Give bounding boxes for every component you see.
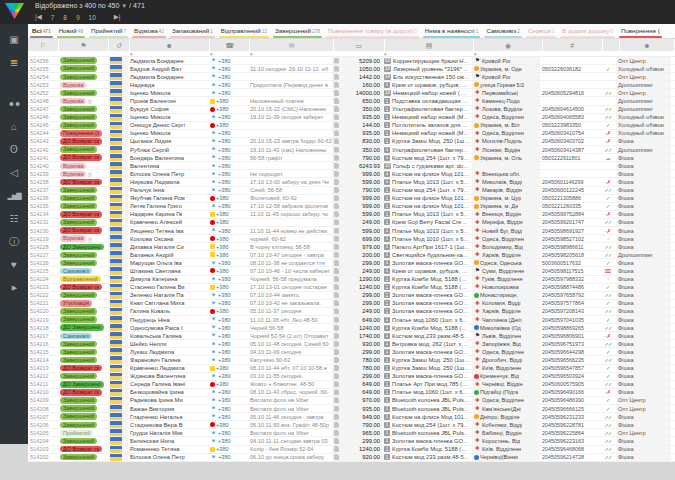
- table-row[interactable]: 514226 Завершений Марущак Ольга Іва +380…: [28, 259, 675, 267]
- phone-prefix[interactable]: +380: [218, 341, 231, 347]
- phone-prefix[interactable]: +380: [218, 357, 231, 363]
- tracking-number[interactable]: 20450598691927: [540, 227, 600, 234]
- table-row[interactable]: 514228 ДО Завершено Дихавка Наталія Си +…: [28, 243, 675, 251]
- tracking-number[interactable]: 20450596644298: [540, 348, 600, 355]
- phone-prefix[interactable]: +380: [218, 138, 231, 144]
- tracking-number[interactable]: 20450599752884: [540, 211, 600, 218]
- tab-2[interactable]: Новий48: [55, 24, 87, 38]
- table-row[interactable]: 514212 Завершений Жданова Валентина +380…: [28, 373, 675, 381]
- table-row[interactable]: 514256 Завершений Людмила Бондарен +380 …: [28, 57, 675, 65]
- table-row[interactable]: 514204 Завершений Белинская Нила +380 04…: [28, 437, 675, 445]
- tracking-number[interactable]: [540, 162, 600, 169]
- table-row[interactable]: 514220 Завершений Галина Коваль +380 05.…: [28, 308, 675, 316]
- table-row[interactable]: 514209 Завершений Раднікова Ірина Ми +38…: [28, 397, 675, 405]
- tab-5[interactable]: Запакований1: [168, 24, 217, 38]
- phone-prefix[interactable]: +380: [218, 292, 231, 298]
- phone-prefix[interactable]: +380: [218, 82, 231, 88]
- column-header-callback-icon[interactable]: ↺: [109, 39, 129, 51]
- table-row[interactable]: 514205 Прийнятий Грудок Наталія Мик +380…: [28, 429, 675, 437]
- tab-6[interactable]: Відправлений12: [217, 24, 271, 38]
- phone-prefix[interactable]: +380: [218, 406, 231, 412]
- tab-11[interactable]: Сервіси0: [524, 24, 558, 38]
- table-row[interactable]: 514210 ДО Возврат ск Безкоровайна Ірина …: [28, 389, 675, 397]
- phone-prefix[interactable]: +380: [216, 244, 229, 250]
- phone-prefix[interactable]: +380: [218, 130, 231, 136]
- tracking-number[interactable]: 20450598874486: [540, 284, 600, 291]
- table-row[interactable]: 514243 ДО Возврат ск Цыганок Лидия +380 …: [28, 138, 675, 146]
- tracking-number[interactable]: 0503223983350: [540, 122, 600, 129]
- table-row[interactable]: 514219 Завершений Педурець Ніна +380 11.…: [28, 316, 675, 324]
- column-header-flag-icon[interactable]: ⚑: [59, 39, 108, 51]
- tracking-number[interactable]: 20450596751973: [540, 340, 600, 347]
- tracking-number[interactable]: 20450596503924: [540, 373, 600, 380]
- column-header-phone-icon[interactable]: ☎: [210, 39, 250, 51]
- column-header-money-icon[interactable]: ▭: [334, 39, 383, 51]
- phone-prefix[interactable]: +380: [218, 155, 231, 161]
- table-row[interactable]: 514247 Завершений Бундук София +380 20.1…: [28, 106, 675, 114]
- phone-prefix[interactable]: +380: [216, 211, 229, 217]
- shown-range-label[interactable]: Відображено з 400 по 450 ▼ / 471: [35, 2, 145, 9]
- tracking-number[interactable]: 20450597208143: [540, 308, 600, 315]
- tracking-number[interactable]: 20450598869265: [540, 324, 600, 331]
- tracking-number[interactable]: 20450598527102: [540, 235, 600, 242]
- tracking-number[interactable]: 0503221260335: [540, 203, 600, 210]
- tracking-number[interactable]: [540, 73, 600, 80]
- table-row[interactable]: 514246 Завершений Іщенко Микола +380 19.…: [28, 114, 675, 122]
- page-button-10[interactable]: 10: [89, 14, 96, 21]
- phone-prefix[interactable]: +380: [218, 333, 231, 339]
- column-header-barcode-icon[interactable]: #: [543, 39, 602, 51]
- phone-prefix[interactable]: +380: [218, 438, 231, 444]
- phone-prefix[interactable]: +380: [216, 422, 229, 428]
- table-row[interactable]: 514234 ДО Возврат ск Надарян Карина Гв +…: [28, 211, 675, 219]
- app-logo-icon[interactable]: [5, 3, 24, 19]
- phone-prefix[interactable]: +380: [218, 228, 231, 234]
- page-button-9[interactable]: 9: [76, 14, 80, 21]
- chevron-down-icon[interactable]: ▼: [121, 3, 127, 9]
- tracking-number[interactable]: 20450596228781: [540, 421, 600, 428]
- tracking-number[interactable]: 20450596666125: [540, 405, 600, 412]
- tracking-number[interactable]: 20450600575905: [540, 381, 600, 388]
- statistics-icon[interactable]: ▂▅▇: [0, 184, 28, 207]
- phone-prefix[interactable]: +380: [216, 365, 229, 371]
- tracking-number[interactable]: 20450596547857: [540, 365, 600, 372]
- phone-prefix[interactable]: +380: [218, 454, 231, 460]
- tab-13[interactable]: Повернення (: [617, 24, 664, 38]
- tracking-number[interactable]: 20450596231233: [540, 413, 600, 420]
- settings-icon[interactable]: ☷: [0, 207, 28, 230]
- phone-prefix[interactable]: +380: [218, 147, 231, 153]
- table-row[interactable]: 514221 Утилізація Кнап Світлана Миха +38…: [28, 300, 675, 308]
- tracking-number[interactable]: 20450599201747: [540, 219, 600, 226]
- table-row[interactable]: 514206 Завершений Стадникова Вера В +380…: [28, 421, 675, 429]
- table-row[interactable]: 514239 Відмова◷ Білоска Олена Петр +380 …: [28, 170, 675, 178]
- phone-prefix[interactable]: +380: [218, 325, 231, 331]
- tab-10[interactable]: Самовивіз2: [482, 24, 524, 38]
- tracking-number[interactable]: 20450596223163: [540, 437, 600, 444]
- phone-prefix[interactable]: +380: [218, 317, 231, 323]
- warehouse-icon[interactable]: ⌂: [0, 115, 28, 138]
- table-row[interactable]: 514218 ДО Завершено Односумова Раіса І +…: [28, 324, 675, 332]
- table-row[interactable]: 514252 Завершений Іщенко Микола +380 140…: [28, 89, 675, 97]
- marketing-icon[interactable]: ◁: [0, 161, 28, 184]
- phone-prefix[interactable]: +380: [218, 260, 231, 266]
- phone-prefix[interactable]: +380: [216, 252, 229, 258]
- table-row[interactable]: 514238 ДО Возврат ск Ниркова Людмила +38…: [28, 178, 675, 186]
- column-header-bag-icon[interactable]: ▤: [385, 39, 474, 51]
- tracking-number[interactable]: [540, 57, 600, 64]
- clients-icon[interactable]: ☻☻: [0, 92, 28, 115]
- last-page-button[interactable]: ▶|: [114, 13, 121, 21]
- tab-8[interactable]: Повернення товару (в дорозі)0: [324, 24, 421, 38]
- tracking-number[interactable]: 20450596490166: [540, 389, 600, 396]
- orders-icon[interactable]: ≣: [0, 51, 28, 74]
- table-row[interactable]: 514227 Завершений Баланюк Андрій +380 07…: [28, 251, 675, 259]
- table-row[interactable]: 514202 Завершений Білоока Олена Петр +38…: [28, 454, 675, 462]
- phone-prefix[interactable]: +380: [216, 381, 229, 387]
- phone-prefix[interactable]: +380: [218, 90, 231, 96]
- tracking-number[interactable]: [540, 97, 600, 104]
- tracking-number[interactable]: 20450603403702: [540, 138, 600, 145]
- tracking-number[interactable]: 20450596486390: [540, 397, 600, 404]
- tracking-number[interactable]: [540, 81, 600, 88]
- tracking-number[interactable]: 20450605294816: [540, 89, 600, 96]
- phone-prefix[interactable]: +380: [218, 397, 231, 403]
- video-icon[interactable]: ▶: [0, 276, 28, 299]
- phone-prefix[interactable]: +380: [216, 106, 229, 112]
